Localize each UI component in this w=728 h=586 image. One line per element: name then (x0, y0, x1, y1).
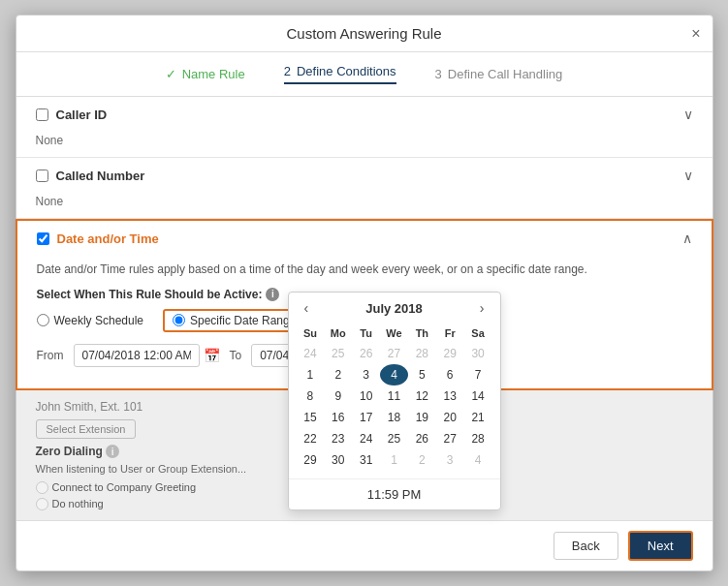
specific-date-radio[interactable] (173, 314, 185, 326)
cal-day[interactable]: 3 (436, 449, 464, 471)
step2-label: Define Conditions (297, 64, 396, 78)
to-label: To (230, 349, 242, 362)
back-button[interactable]: Back (554, 532, 618, 560)
datetime-header[interactable]: Date and/or Time ∧ (17, 221, 712, 256)
datetime-header-left: Date and/or Time (37, 231, 159, 246)
calendar-month-year: July 2018 (365, 301, 423, 316)
cal-day[interactable]: 11 (380, 386, 408, 407)
day-header-th: Th (408, 324, 436, 343)
called-number-label: Called Number (56, 169, 145, 183)
modal-body: Caller ID ∨ None Called Number ∨ None (16, 97, 712, 520)
bg-radio1 (36, 481, 48, 494)
cal-day[interactable]: 28 (408, 343, 436, 364)
cal-day[interactable]: 6 (436, 364, 464, 386)
weekly-schedule-radio[interactable] (37, 314, 49, 326)
cal-day[interactable]: 16 (324, 407, 352, 428)
cal-day[interactable]: 26 (408, 428, 436, 449)
cal-day[interactable]: 30 (464, 343, 492, 364)
called-number-section: Called Number ∨ None (16, 158, 712, 219)
modal-footer: Back Next (16, 520, 712, 571)
cal-day[interactable]: 18 (380, 407, 408, 428)
cal-day[interactable]: 5 (408, 364, 436, 386)
caller-id-header[interactable]: Caller ID ∨ (16, 97, 712, 132)
info-icon[interactable]: i (266, 288, 279, 301)
cal-day[interactable]: 25 (380, 428, 408, 449)
steps-bar: ✓ Name Rule 2 Define Conditions 3 Define… (16, 52, 712, 97)
step1-label: Name Rule (182, 67, 245, 81)
datetime-section: Date and/or Time ∧ Date and/or Time rule… (16, 219, 713, 390)
step-name-rule[interactable]: ✓ Name Rule (166, 67, 245, 81)
cal-day[interactable]: 2 (324, 364, 352, 386)
datetime-checkbox[interactable] (37, 232, 49, 245)
next-button[interactable]: Next (628, 531, 693, 561)
cal-day[interactable]: 27 (436, 428, 464, 449)
cal-day[interactable]: 29 (436, 343, 464, 364)
calendar-next-button[interactable]: › (476, 300, 489, 316)
cal-day[interactable]: 13 (436, 386, 464, 407)
caller-id-label: Caller ID (56, 108, 108, 122)
weekly-schedule-option[interactable]: Weekly Schedule (37, 314, 144, 327)
step3-prefix: 3 (435, 67, 442, 81)
calendar-header: ‹ July 2018 › (289, 293, 500, 324)
cal-day[interactable]: 17 (352, 407, 380, 428)
bg-select-extension-button[interactable]: Select Extension (36, 419, 137, 439)
cal-day[interactable]: 31 (352, 449, 380, 471)
cal-day[interactable]: 1 (297, 364, 325, 386)
from-date-group: 📅 (74, 344, 220, 367)
bg-person-label: John Smith, Ext. 101 (36, 400, 143, 414)
bg-radio2-label: Do nothing (52, 498, 104, 509)
cal-day[interactable]: 22 (297, 428, 325, 449)
cal-day[interactable]: 7 (464, 364, 492, 386)
cal-day[interactable]: 21 (464, 407, 492, 428)
day-header-fr: Fr (436, 324, 464, 343)
caller-id-checkbox[interactable] (36, 108, 48, 121)
step3-label: Define Call Handling (448, 67, 563, 81)
datetime-desc: Date and/or Time rules apply based on a … (37, 262, 692, 278)
cal-day[interactable]: 25 (324, 343, 352, 364)
cal-day[interactable]: 28 (464, 428, 492, 449)
calendar-week-3: 8 9 10 11 12 13 14 (297, 386, 492, 407)
cal-day[interactable]: 19 (408, 407, 436, 428)
cal-day[interactable]: 9 (324, 386, 352, 407)
day-header-sa: Sa (464, 324, 492, 343)
step-define-call-handling[interactable]: 3 Define Call Handling (435, 67, 563, 81)
from-calendar-icon[interactable]: 📅 (204, 348, 220, 363)
cal-day[interactable]: 27 (380, 343, 408, 364)
cal-day[interactable]: 12 (408, 386, 436, 407)
cal-day[interactable]: 8 (297, 386, 325, 407)
called-number-header-left: Called Number (36, 169, 145, 183)
cal-day[interactable]: 3 (352, 364, 380, 386)
cal-day[interactable]: 20 (436, 407, 464, 428)
cal-day[interactable]: 24 (352, 428, 380, 449)
caller-id-none: None (16, 132, 712, 157)
step1-check: ✓ (166, 67, 176, 81)
close-button[interactable]: × (691, 25, 700, 43)
step2-prefix: 2 (284, 64, 291, 78)
cal-day[interactable]: 29 (297, 449, 325, 471)
cal-day[interactable]: 30 (324, 449, 352, 471)
day-header-we: We (380, 324, 408, 343)
calendar-prev-button[interactable]: ‹ (301, 300, 313, 316)
called-number-checkbox[interactable] (36, 170, 48, 182)
step-define-conditions[interactable]: 2 Define Conditions (284, 64, 396, 84)
calendar-week-2: 1 2 3 4 5 6 7 (297, 364, 492, 386)
called-number-header[interactable]: Called Number ∨ (16, 158, 712, 193)
cal-day[interactable]: 2 (408, 449, 436, 471)
cal-day[interactable]: 4 (464, 449, 492, 471)
specific-date-range-option[interactable]: Specific Date Range (163, 309, 305, 332)
cal-day[interactable]: 23 (324, 428, 352, 449)
calendar-day-headers: Su Mo Tu We Th Fr Sa (297, 324, 492, 343)
calendar-popup: ‹ July 2018 › Su Mo Tu We Th Fr Sa (288, 292, 501, 510)
cal-day[interactable]: 15 (297, 407, 325, 428)
cal-day[interactable]: 26 (352, 343, 380, 364)
cal-day-selected[interactable]: 4 (380, 364, 408, 386)
cal-day[interactable]: 24 (297, 343, 325, 364)
cal-day[interactable]: 1 (380, 449, 408, 471)
cal-day[interactable]: 10 (352, 386, 380, 407)
calendar-week-4: 15 16 17 18 19 20 21 (297, 407, 492, 428)
from-date-input[interactable] (74, 344, 200, 367)
from-label: From (37, 349, 64, 362)
cal-day[interactable]: 14 (464, 386, 492, 407)
calendar-week-6: 29 30 31 1 2 3 4 (297, 449, 492, 471)
bg-zero-label-text: Zero Dialing (36, 445, 103, 458)
